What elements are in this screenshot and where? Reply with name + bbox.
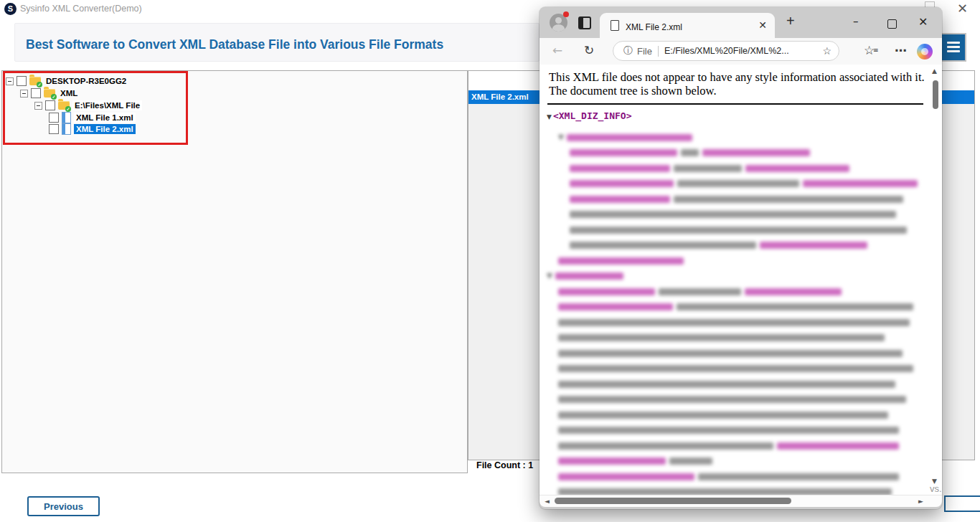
redacted-xml-text: [558, 334, 885, 341]
url-scheme-label: File: [637, 46, 652, 57]
xml-file-icon: [62, 112, 71, 123]
blurred-xml-line: [570, 208, 900, 218]
tree-checkbox[interactable]: [45, 100, 55, 110]
folder-check-icon: [58, 101, 70, 110]
scroll-up-icon[interactable]: ▲: [932, 67, 937, 75]
blurred-xml-line: [558, 393, 910, 403]
tree-checkbox[interactable]: [17, 76, 27, 86]
redacted-xml-text: [558, 396, 906, 403]
app-window-title: Sysinfo XML Converter(Demo): [20, 4, 142, 14]
vertical-scroll-thumb[interactable]: [933, 80, 938, 109]
redacted-xml-tag: [777, 442, 899, 450]
page-info-icon[interactable]: ⓘ: [623, 44, 633, 57]
redacted-xml-tag: [570, 165, 670, 172]
close-button[interactable]: ✕: [918, 15, 928, 29]
notice-line2: The document tree is shown below.: [549, 84, 717, 98]
collapse-arrow-icon: [558, 135, 564, 141]
app-logo-icon: S: [4, 3, 17, 15]
redacted-xml-text: [677, 303, 913, 310]
horizontal-scrollbar[interactable]: ◄ ►: [540, 495, 942, 507]
browser-tabstrip: XML File 2.xml ✕ + – ✕: [540, 7, 942, 38]
vertical-scrollbar[interactable]: ▲ ▼: [930, 66, 941, 493]
folder-tree-panel[interactable]: DESKTOP-R3E0GG2XMLE:\Files\XML FileXML F…: [1, 70, 468, 473]
redacted-xml-tag: [745, 165, 849, 172]
redacted-xml-tag: [558, 257, 684, 265]
tree-item[interactable]: XML File 1.xml: [49, 112, 136, 123]
previous-button[interactable]: Previous: [27, 496, 100, 516]
back-icon[interactable]: ←: [552, 43, 562, 57]
file-count-label: File Count : 1: [476, 460, 533, 470]
tab-title: XML File 2.xml: [626, 22, 682, 32]
url-text[interactable]: E:/Files/XML%20File/XML%2...: [664, 46, 818, 56]
browser-content: This XML file does not appear to have an…: [540, 65, 942, 495]
redacted-xml-tag: [702, 149, 810, 156]
redacted-xml-tag: [570, 196, 670, 203]
blurred-xml-line: [558, 254, 687, 264]
tree-item-label: XML: [58, 88, 80, 98]
blurred-xml-line: [558, 455, 716, 465]
browser-tab[interactable]: XML File 2.xml ✕: [600, 13, 775, 38]
redacted-xml-tag: [558, 473, 694, 480]
redacted-xml-text: [558, 381, 895, 388]
redacted-xml-text: [558, 442, 773, 450]
blurred-xml-line: [570, 192, 907, 202]
scroll-right-icon[interactable]: ►: [918, 498, 923, 505]
xml-file-icon: [62, 123, 71, 135]
redacted-xml-text: [558, 488, 892, 495]
redacted-xml-text: [558, 427, 899, 434]
redacted-xml-tag: [760, 242, 867, 249]
tree-checkbox[interactable]: [49, 113, 59, 123]
blurred-xml-line: [558, 470, 903, 480]
xml-root-element[interactable]: ▼<XML_DIZ_INFO>: [547, 110, 632, 121]
favorites-hub-lines-icon: ≡: [873, 47, 879, 54]
expander-minus-icon[interactable]: [6, 77, 14, 85]
blurred-xml-line: [570, 146, 814, 156]
partial-background-text: vs.: [930, 483, 942, 494]
tree-item[interactable]: XML: [20, 87, 80, 99]
redacted-xml-text: [570, 242, 756, 249]
tree-item[interactable]: E:\Files\XML File: [34, 100, 142, 111]
expander-minus-icon[interactable]: [20, 90, 28, 98]
blurred-xml-line: [558, 130, 696, 141]
expander-minus-icon[interactable]: [34, 102, 42, 110]
blurred-xml-line: [558, 439, 903, 449]
tree-item-label: XML File 2.xml: [74, 124, 136, 134]
tree-checkbox[interactable]: [49, 124, 59, 134]
tree-item[interactable]: XML File 2.xml: [49, 123, 136, 135]
tree-checkbox[interactable]: [31, 88, 41, 98]
tab-actions-icon[interactable]: [578, 16, 591, 29]
redacted-xml-text: [669, 457, 712, 465]
menu-hamburger-button[interactable]: [941, 33, 966, 62]
scroll-left-icon[interactable]: ◄: [545, 498, 550, 505]
app-close-icon[interactable]: ✕: [957, 1, 968, 16]
blurred-xml-line: [558, 485, 895, 495]
redacted-xml-text: [681, 149, 699, 156]
bookmark-star-icon[interactable]: ☆: [822, 45, 831, 57]
redacted-xml-text: [674, 196, 903, 203]
screen: S Sysinfo XML Converter(Demo) ✕ Best Sof…: [0, 0, 980, 522]
redacted-xml-tag: [567, 134, 692, 141]
hamburger-bar: [947, 50, 960, 52]
redacted-xml-tag: [555, 272, 623, 280]
horizontal-scroll-thumb[interactable]: [555, 498, 791, 504]
tree-item[interactable]: DESKTOP-R3E0GG2: [6, 75, 128, 87]
minimize-button[interactable]: –: [853, 15, 859, 28]
tree-item-label: E:\Files\XML File: [72, 100, 142, 110]
settings-menu-icon[interactable]: …: [895, 40, 908, 54]
folder-check-icon: [29, 77, 41, 85]
blurred-xml-line: [570, 177, 921, 187]
xml-root-tag: <XML_DIZ_INFO>: [553, 110, 632, 121]
tree-item-label: XML File 1.xml: [74, 113, 136, 123]
redacted-xml-text: [698, 473, 899, 480]
new-tab-button[interactable]: +: [786, 13, 795, 29]
collapse-arrow-icon[interactable]: ▼: [547, 113, 552, 120]
copilot-icon[interactable]: [917, 44, 933, 60]
tab-close-icon[interactable]: ✕: [758, 19, 767, 31]
refresh-icon[interactable]: ↻: [584, 43, 594, 57]
url-divider: [658, 46, 659, 57]
address-bar[interactable]: ⓘ File E:/Files/XML%20File/XML%2... ☆: [613, 41, 839, 61]
maximize-button[interactable]: [887, 19, 897, 29]
next-button-partial[interactable]: [944, 495, 980, 512]
redacted-xml-tag: [570, 149, 677, 156]
redacted-xml-tag: [803, 180, 918, 187]
